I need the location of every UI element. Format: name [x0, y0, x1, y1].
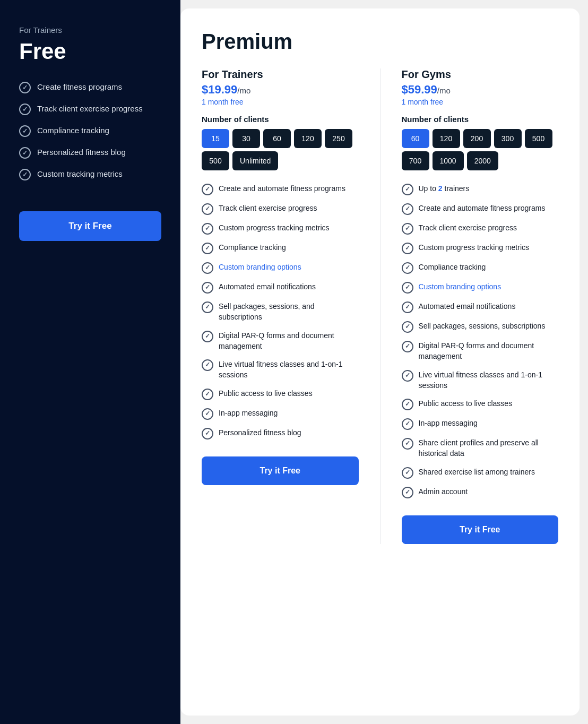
- check-icon: [402, 223, 413, 235]
- client-option-500[interactable]: 500: [525, 129, 552, 148]
- check-icon: [19, 82, 31, 93]
- gyms-for-label: For Gyms: [402, 68, 559, 81]
- highlight-number: 2: [438, 184, 443, 193]
- client-option-60[interactable]: 60: [263, 129, 291, 148]
- check-icon: [402, 399, 413, 410]
- list-item: Custom tracking metrics: [19, 168, 161, 180]
- check-icon: [202, 262, 213, 274]
- list-item: Shared exercise list among trainers: [402, 467, 559, 479]
- check-icon: [402, 321, 413, 333]
- check-icon: [202, 331, 213, 342]
- gyms-price: $59.99/mo: [402, 83, 559, 97]
- trainers-clients-label: Number of clients: [202, 115, 359, 124]
- gyms-column: For Gyms $59.99/mo 1 month free Number o…: [402, 68, 559, 544]
- check-icon: [19, 169, 31, 180]
- check-icon: [202, 203, 213, 215]
- trainers-feature-list: Create and automate fitness programs Tra…: [202, 183, 359, 439]
- list-item: Sell packages, sessions, subscriptions: [402, 321, 559, 333]
- client-option-1000[interactable]: 1000: [433, 151, 464, 170]
- list-item: Live virtual fitness classes and 1-on-1 …: [402, 369, 559, 391]
- feature-text: Public access to live classes: [419, 398, 513, 409]
- check-icon: [202, 282, 213, 294]
- list-item: Compliance tracking: [19, 125, 161, 137]
- client-option-30[interactable]: 30: [232, 129, 260, 148]
- feature-text: Public access to live classes: [219, 388, 313, 399]
- feature-text: Create and automate fitness programs: [219, 183, 345, 194]
- feature-text: In-app messaging: [419, 418, 478, 428]
- trainers-try-button[interactable]: Try it Free: [202, 456, 359, 485]
- check-icon: [202, 408, 213, 420]
- list-item: Public access to live classes: [202, 388, 359, 400]
- feature-text: Live virtual fitness classes and 1-on-1 …: [219, 359, 359, 381]
- list-item: Share client profiles and preserve all h…: [402, 437, 559, 459]
- feature-text: Up to 2 trainers: [419, 183, 470, 194]
- feature-text: Custom progress tracking metrics: [419, 242, 530, 253]
- feature-text: Automated email notifications: [219, 281, 316, 292]
- check-icon: [402, 341, 413, 352]
- check-icon: [202, 223, 213, 235]
- check-icon: [202, 184, 213, 195]
- feature-text: Track client exercise progress: [419, 222, 517, 233]
- feature-text: Automated email notifications: [419, 301, 516, 312]
- free-plan-panel: For Trainers Free Create fitness program…: [0, 0, 180, 724]
- list-item: Up to 2 trainers: [402, 183, 559, 195]
- feature-text: Shared exercise list among trainers: [419, 467, 535, 477]
- client-option-250[interactable]: 250: [325, 129, 352, 148]
- client-option-120[interactable]: 120: [433, 129, 460, 148]
- free-try-button[interactable]: Try it Free: [19, 211, 161, 241]
- trainers-for-label: For Trainers: [202, 68, 359, 81]
- check-icon: [202, 243, 213, 254]
- column-divider: [380, 68, 381, 544]
- gyms-per-mo: /mo: [437, 86, 451, 95]
- list-item: Custom branding options: [402, 281, 559, 294]
- check-icon: [402, 301, 413, 313]
- check-icon: [19, 147, 31, 159]
- list-item: Compliance tracking: [402, 262, 559, 274]
- feature-text: Create fitness programs: [37, 81, 122, 92]
- gyms-try-button[interactable]: Try it Free: [402, 515, 559, 544]
- client-option-500[interactable]: 500: [202, 151, 229, 170]
- list-item: Public access to live classes: [402, 398, 559, 410]
- client-option-unlimited[interactable]: Unlimited: [232, 151, 278, 170]
- feature-text: Track client exercise progress: [219, 203, 317, 213]
- premium-title: Premium: [202, 30, 558, 54]
- list-item: Automated email notifications: [402, 301, 559, 313]
- free-for-label: For Trainers: [19, 25, 161, 35]
- list-item: Sell packages, sessions, and subscriptio…: [202, 301, 359, 323]
- gyms-free-month: 1 month free: [402, 98, 559, 106]
- trainers-column: For Trainers $19.99/mo 1 month free Numb…: [202, 68, 359, 544]
- list-item: Compliance tracking: [202, 242, 359, 254]
- trainers-client-grid: 15 30 60 120 250 500 Unlimited: [202, 129, 359, 170]
- check-icon: [202, 428, 213, 439]
- list-item: Create and automate fitness programs: [202, 183, 359, 195]
- check-icon: [402, 282, 413, 294]
- client-option-300[interactable]: 300: [494, 129, 522, 148]
- client-option-700[interactable]: 700: [402, 151, 429, 170]
- check-icon: [402, 243, 413, 254]
- feature-text: Compliance tracking: [419, 262, 486, 272]
- client-option-2000[interactable]: 2000: [467, 151, 498, 170]
- list-item: Live virtual fitness classes and 1-on-1 …: [202, 359, 359, 381]
- list-item: Personalized fitness blog: [19, 146, 161, 159]
- feature-text: Personalized fitness blog: [37, 146, 126, 158]
- list-item: Digital PAR-Q forms and document managem…: [402, 340, 559, 362]
- gyms-price-value: $59.99: [402, 83, 437, 96]
- list-item: Personalized fitness blog: [202, 427, 359, 439]
- feature-text: Digital PAR-Q forms and document managem…: [419, 340, 559, 362]
- list-item: Custom branding options: [202, 262, 359, 274]
- client-option-15[interactable]: 15: [202, 129, 229, 148]
- list-item: In-app messaging: [202, 408, 359, 420]
- check-icon: [402, 203, 413, 215]
- check-icon: [202, 359, 213, 371]
- feature-text: Compliance tracking: [37, 125, 109, 136]
- feature-text: Compliance tracking: [219, 242, 286, 253]
- feature-text: Digital PAR-Q forms and document managem…: [219, 330, 359, 352]
- check-icon: [402, 487, 413, 498]
- client-option-60[interactable]: 60: [402, 129, 429, 148]
- check-icon: [19, 104, 31, 115]
- client-option-120[interactable]: 120: [294, 129, 322, 148]
- list-item: Automated email notifications: [202, 281, 359, 294]
- client-option-200[interactable]: 200: [463, 129, 491, 148]
- check-icon: [402, 184, 413, 195]
- feature-text: Custom progress tracking metrics: [219, 222, 330, 233]
